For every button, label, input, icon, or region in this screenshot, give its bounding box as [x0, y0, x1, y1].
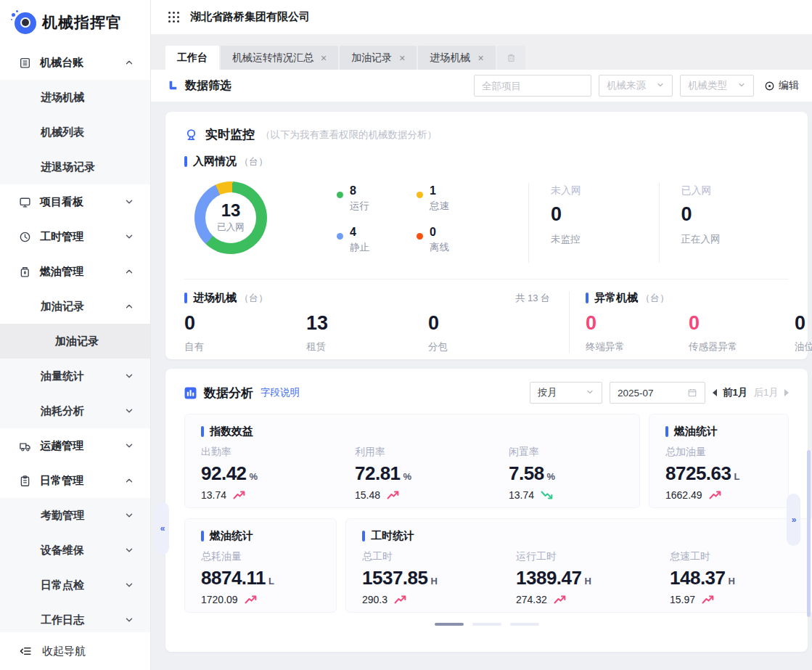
sidebar-item-attendance[interactable]: 考勤管理: [0, 498, 150, 533]
carousel-scroll-left-button[interactable]: «: [155, 502, 169, 555]
page-indicator[interactable]: [472, 623, 501, 626]
chevron-down-icon: [124, 197, 134, 207]
prev-month-arrow-icon[interactable]: [713, 389, 717, 396]
gear-icon: [764, 81, 775, 91]
clipboard-icon: [19, 475, 31, 487]
next-month-button[interactable]: 后1月: [753, 386, 779, 399]
trend-up-icon: [232, 490, 247, 500]
carousel-scroll-right-button[interactable]: »: [787, 494, 800, 546]
data-analysis-panel: 数据分析 字段说明 按月 2025-07 前1月: [165, 369, 808, 652]
abnormal-machines-block: 异常机械（台） 0 终端异常 0 传感器异常 0: [570, 291, 812, 354]
sidebar-item-fuel-consumption-analysis[interactable]: 油耗分析: [0, 393, 150, 428]
calendar-icon: [687, 388, 697, 398]
metric-attendance-rate: 出勤率 92.42% 13.74: [201, 446, 355, 501]
fuel-icon: [19, 266, 31, 278]
realtime-monitor-panel: 实时监控 （以下为我有查看权限的机械数据分析） 入网情况 （台） 13 已入网: [165, 112, 808, 359]
trend-up-icon: [708, 490, 723, 500]
prev-month-button[interactable]: 前1月: [723, 386, 748, 399]
stat-terminal-abnormal: 0 终端异常: [586, 314, 689, 354]
sidebar-item-label: 工时管理: [40, 230, 83, 244]
field-description-link[interactable]: 字段说明: [261, 386, 300, 399]
tab-machine-operation-summary[interactable]: 机械运转情况汇总×: [221, 46, 338, 70]
tab-entered-machines[interactable]: 进场机械×: [418, 46, 495, 70]
entered-machines-block: 进场机械（台） 共 13 台 0 自有 13 租赁: [184, 291, 570, 354]
page-indicator[interactable]: [510, 623, 539, 626]
tab-label: 加油记录: [351, 52, 392, 65]
chevron-up-icon: [124, 301, 134, 311]
sidebar-item-label: 机械台账: [40, 56, 83, 70]
sidebar-item-refuel-records-group[interactable]: 加油记录: [0, 289, 150, 324]
page-indicator-active[interactable]: [435, 623, 464, 626]
project-search-input[interactable]: [482, 81, 583, 91]
network-status-title: 入网情况 （台）: [184, 155, 789, 168]
trend-down-icon: [540, 490, 554, 500]
sidebar-item-label: 考勤管理: [41, 509, 84, 523]
fuel-stats-card-consumption: 燃油统计 总耗油量 8874.11L 1720.09: [184, 518, 337, 613]
brand-logo-icon: [10, 9, 38, 36]
content-area: 实时监控 （以下为我有查看权限的机械数据分析） 入网情况 （台） 13 已入网: [151, 102, 812, 670]
filter-icon: [165, 79, 179, 92]
sidebar-item-entered-machines[interactable]: 进场机械: [0, 80, 150, 115]
donut-center-value: 13: [221, 202, 241, 219]
metric-utilization-rate: 利用率 72.81% 15.48: [355, 446, 509, 501]
chevron-down-icon: [124, 510, 134, 520]
sidebar-item-trip-management[interactable]: 运趟管理: [0, 428, 150, 463]
collapse-nav-button[interactable]: 收起导航: [0, 632, 150, 670]
legend-dot: [417, 233, 423, 240]
section-title: 数据分析: [204, 385, 253, 401]
sidebar-item-daily-management[interactable]: 日常管理: [0, 463, 150, 498]
close-icon[interactable]: ×: [321, 53, 327, 63]
apps-grid-icon[interactable]: [168, 12, 180, 23]
trend-up-icon: [393, 595, 408, 605]
sidebar-item-entry-exit-records[interactable]: 进退场记录: [0, 150, 150, 184]
sidebar-item-machine-list[interactable]: 机械列表: [0, 115, 150, 150]
chevron-down-icon: [586, 388, 594, 399]
project-filter-field[interactable]: [474, 75, 591, 97]
collapse-icon: [19, 645, 32, 658]
sidebar-item-label: 项目看板: [40, 195, 83, 209]
sidebar-item-work-log[interactable]: 工作日志: [0, 602, 150, 632]
filter-title: 数据筛选: [165, 78, 231, 94]
chevron-down-icon: [124, 371, 134, 381]
brand: 机械指挥官: [0, 0, 150, 45]
chevron-up-icon: [124, 57, 134, 68]
close-icon[interactable]: ×: [477, 53, 483, 63]
sidebar-item-machine-ledger[interactable]: 机械台账: [0, 45, 150, 80]
section-title: 实时监控: [205, 126, 255, 143]
period-select[interactable]: 按月: [530, 382, 602, 404]
filter-bar: 数据筛选 机械来源 机械类型 编辑: [151, 70, 812, 102]
network-donut-chart: 13 已入网: [194, 181, 267, 254]
tab-workbench[interactable]: 工作台: [165, 46, 219, 70]
sidebar-item-label: 加油记录: [55, 335, 99, 348]
chevron-down-icon: [124, 545, 134, 555]
networked-block: 已入网 0 正在入网: [659, 179, 789, 267]
machine-source-select[interactable]: 机械来源: [599, 75, 673, 97]
sidebar-item-work-hours[interactable]: 工时管理: [0, 219, 150, 254]
vertical-scrollbar[interactable]: [807, 450, 811, 617]
metric-total-consumption: 总耗油量 8874.11L 1720.09: [201, 550, 355, 605]
company-name: 湖北省路桥集团有限公司: [190, 10, 310, 24]
tab-refuel-records[interactable]: 加油记录×: [340, 46, 417, 70]
sidebar-item-project-board[interactable]: 项目看板: [0, 184, 150, 219]
sidebar-menu: 机械台账 进场机械 机械列表 进退场记录 项目看板 工时管理 燃油管理: [0, 45, 150, 632]
edit-button[interactable]: 编辑: [764, 79, 799, 92]
month-picker[interactable]: 2025-07: [610, 382, 705, 404]
sidebar-item-fuel-management[interactable]: 燃油管理: [0, 254, 150, 289]
sidebar-item-equipment-maintenance[interactable]: 设备维保: [0, 533, 150, 568]
metric-idle-rate: 闲置率 7.58% 13.74: [509, 446, 663, 501]
sidebar-item-refuel-records[interactable]: 加油记录: [0, 324, 150, 359]
clear-tabs-button[interactable]: [497, 46, 525, 70]
close-icon[interactable]: ×: [399, 53, 405, 63]
fuel-stats-card-refuel: 燃油统计 总加油量 8725.63L 1662.49: [649, 414, 789, 508]
metric-idle-hours: 怠速工时 148.37H 15.97: [670, 550, 812, 605]
sidebar-item-daily-inspection[interactable]: 日常点检: [0, 568, 150, 602]
next-month-arrow-icon[interactable]: [784, 389, 789, 396]
chevron-down-icon: [124, 406, 134, 416]
chevron-down-icon: [124, 580, 134, 590]
sidebar-item-oil-volume-stats[interactable]: 油量统计: [0, 359, 150, 393]
trend-up-icon: [553, 595, 567, 605]
entered-total: 共 13 台: [515, 292, 550, 305]
bar-chart-icon: [184, 387, 197, 399]
machine-type-select[interactable]: 机械类型: [680, 75, 754, 97]
sidebar-item-label: 进场机械: [41, 91, 84, 105]
